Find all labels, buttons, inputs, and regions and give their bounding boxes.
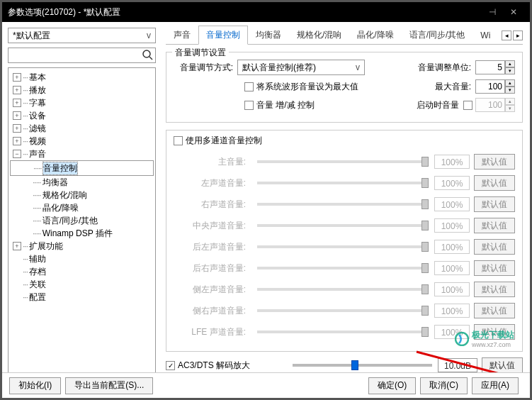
chevron-down-icon: v bbox=[147, 30, 151, 40]
tree-play[interactable]: +···播放 bbox=[10, 84, 154, 96]
init-button[interactable]: 初始化(I) bbox=[9, 377, 61, 394]
channel-row: 主音量:100%默认值 bbox=[174, 154, 515, 170]
startup-label: 启动时音量 bbox=[417, 99, 463, 111]
spin-down-icon[interactable]: ▾ bbox=[505, 87, 515, 94]
ac3-default-button[interactable]: 默认值 bbox=[482, 357, 523, 373]
channel-percent: 100% bbox=[434, 282, 470, 296]
ac3-slider[interactable] bbox=[293, 364, 432, 367]
ac3-checkbox[interactable]: ✓ bbox=[166, 361, 175, 370]
slider-thumb[interactable] bbox=[421, 178, 429, 188]
titlebar: 参数选项(210702) - *默认配置 ⊣ ✕ bbox=[2, 2, 530, 22]
multichannel-checkbox[interactable] bbox=[174, 136, 183, 145]
slider-thumb[interactable] bbox=[421, 306, 429, 316]
channel-percent: 100% bbox=[434, 197, 470, 211]
channel-row: 左声道音量:100%默认值 bbox=[174, 175, 515, 191]
tree-audio-norm[interactable]: ·····规格化/混响 bbox=[10, 189, 154, 201]
channel-slider[interactable] bbox=[257, 267, 429, 270]
channel-label: LFE 声道音量: bbox=[174, 326, 251, 338]
search-input[interactable] bbox=[8, 48, 156, 63]
slider-thumb[interactable] bbox=[421, 263, 429, 273]
tree-audio-volume[interactable]: ·····音量控制 bbox=[10, 160, 154, 176]
tree-audio-winamp[interactable]: ·····Winamp DSP 插件 bbox=[10, 227, 154, 240]
slider-thumb[interactable] bbox=[421, 284, 429, 294]
tab-crystal[interactable]: 晶化/降噪 bbox=[349, 26, 401, 45]
ok-button[interactable]: 确定(O) bbox=[368, 377, 416, 394]
tree-audio-lang[interactable]: ·····语言/同步/其他 bbox=[10, 214, 154, 227]
channel-slider[interactable] bbox=[257, 309, 429, 312]
tab-eq[interactable]: 均衡器 bbox=[248, 26, 289, 45]
tree-video[interactable]: +···视频 bbox=[10, 135, 154, 148]
method-select[interactable]: 默认音量控制(推荐) v bbox=[237, 60, 365, 75]
gain-checkbox[interactable] bbox=[244, 101, 254, 110]
channel-default-button[interactable]: 默认值 bbox=[474, 282, 515, 297]
tree-assoc[interactable]: ···关联 bbox=[10, 278, 154, 291]
slider-thumb[interactable] bbox=[421, 242, 429, 252]
channel-percent: 100% bbox=[434, 176, 470, 190]
svg-point-4 bbox=[455, 333, 468, 345]
spin-up-icon[interactable]: ▴ bbox=[505, 60, 515, 67]
category-tree[interactable]: +···基本 +···播放 +···字幕 +···设备 +···滤镜 +···视… bbox=[8, 67, 156, 379]
channel-slider[interactable] bbox=[257, 288, 429, 291]
tree-audio-eq[interactable]: ·····均衡器 bbox=[10, 176, 154, 189]
unit-spinner[interactable]: ▴▾ bbox=[475, 60, 515, 74]
channel-slider[interactable] bbox=[257, 245, 429, 248]
tree-arch[interactable]: ···存档 bbox=[10, 265, 154, 278]
apply-button[interactable]: 应用(A) bbox=[472, 377, 519, 394]
preset-select[interactable]: *默认配置 v bbox=[8, 28, 156, 43]
group-title: 音量调节设置 bbox=[172, 47, 229, 59]
sysmax-checkbox[interactable] bbox=[244, 82, 254, 91]
tree-ext[interactable]: +···扩展功能 bbox=[10, 240, 154, 252]
channel-slider[interactable] bbox=[257, 203, 429, 206]
slider-thumb[interactable] bbox=[421, 199, 429, 209]
volume-settings-group: 音量调节设置 音量调节方式: 默认音量控制(推荐) v 音量调整单位: ▴▾ 将… bbox=[166, 52, 523, 123]
tab-winamp-cut[interactable]: Wi bbox=[472, 27, 498, 44]
channel-default-button[interactable]: 默认值 bbox=[474, 303, 515, 318]
spin-up-icon[interactable]: ▴ bbox=[505, 79, 515, 87]
tree-config[interactable]: ···配置 bbox=[10, 291, 154, 304]
tab-volume[interactable]: 音量控制 bbox=[198, 26, 248, 45]
pin-icon[interactable]: ⊣ bbox=[482, 7, 503, 17]
tree-aux[interactable]: ···辅助 bbox=[10, 252, 154, 265]
channel-default-button[interactable]: 默认值 bbox=[474, 239, 515, 255]
sysmax-label: 将系统波形音量设为最大值 bbox=[256, 81, 358, 93]
ac3-value: 10.0dB bbox=[438, 358, 477, 372]
channel-slider[interactable] bbox=[257, 330, 429, 333]
tab-scroll-left-icon[interactable]: ◂ bbox=[502, 30, 511, 40]
channel-row: 侧左声道音量:100%默认值 bbox=[174, 282, 515, 297]
channel-default-button[interactable]: 默认值 bbox=[474, 218, 515, 233]
slider-thumb[interactable] bbox=[421, 157, 429, 167]
max-spinner[interactable]: ▴▾ bbox=[475, 79, 515, 94]
channel-label: 侧右声道音量: bbox=[174, 305, 251, 317]
export-button[interactable]: 导出当前配置(S)... bbox=[65, 377, 153, 394]
slider-thumb[interactable] bbox=[421, 221, 429, 230]
slider-thumb[interactable] bbox=[351, 360, 358, 370]
search-icon[interactable] bbox=[142, 49, 153, 62]
tab-sound[interactable]: 声音 bbox=[166, 26, 198, 45]
channel-slider[interactable] bbox=[257, 224, 429, 227]
tab-scroll-right-icon[interactable]: ▸ bbox=[513, 30, 523, 40]
channel-slider[interactable] bbox=[257, 160, 429, 163]
startup-checkbox[interactable] bbox=[463, 101, 472, 110]
cancel-button[interactable]: 取消(C) bbox=[420, 377, 468, 394]
slider-thumb[interactable] bbox=[421, 327, 429, 337]
method-label: 音量调节方式: bbox=[174, 62, 237, 74]
channel-default-button[interactable]: 默认值 bbox=[474, 154, 515, 170]
close-icon[interactable]: ✕ bbox=[503, 7, 524, 17]
channel-default-button[interactable]: 默认值 bbox=[474, 175, 515, 191]
tab-lang[interactable]: 语言/同步/其他 bbox=[402, 26, 473, 45]
tree-basic[interactable]: +···基本 bbox=[10, 71, 154, 84]
tree-subtitle[interactable]: +···字幕 bbox=[10, 96, 154, 109]
tree-audio-crystal[interactable]: ·····晶化/降噪 bbox=[10, 201, 154, 214]
tree-filter[interactable]: +···滤镜 bbox=[10, 122, 154, 135]
tree-device[interactable]: +···设备 bbox=[10, 109, 154, 122]
startup-spinner[interactable]: ▴▾ bbox=[475, 98, 515, 112]
channel-slider[interactable] bbox=[257, 182, 429, 184]
channel-percent: 100% bbox=[434, 218, 470, 233]
channel-label: 中央声道音量: bbox=[174, 220, 251, 232]
tree-audio[interactable]: −···声音 bbox=[10, 148, 154, 160]
channel-default-button[interactable]: 默认值 bbox=[474, 196, 515, 212]
channel-label: 主音量: bbox=[174, 156, 251, 168]
tab-norm[interactable]: 规格化/混响 bbox=[289, 26, 349, 45]
channel-default-button[interactable]: 默认值 bbox=[474, 260, 515, 276]
spin-down-icon[interactable]: ▾ bbox=[505, 67, 515, 74]
